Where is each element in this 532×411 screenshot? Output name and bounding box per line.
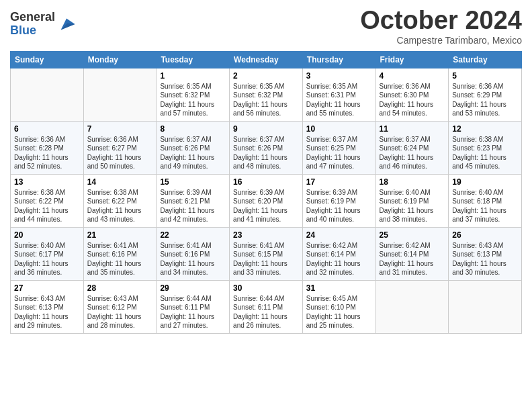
calendar-cell (449, 280, 522, 333)
day-info: Sunrise: 6:39 AMSunset: 6:20 PMDaylight:… (233, 188, 299, 224)
day-info: Sunrise: 6:40 AMSunset: 6:19 PMDaylight:… (380, 188, 445, 224)
calendar-week-4: 20Sunrise: 6:40 AMSunset: 6:17 PMDayligh… (11, 227, 522, 280)
header-day-monday: Monday (83, 51, 157, 68)
day-info: Sunrise: 6:37 AMSunset: 6:25 PMDaylight:… (306, 135, 372, 171)
calendar-cell: 12Sunrise: 6:38 AMSunset: 6:23 PMDayligh… (449, 121, 522, 174)
header-day-saturday: Saturday (449, 51, 522, 68)
logo-blue-text: Blue (10, 24, 55, 38)
day-info: Sunrise: 6:43 AMSunset: 6:13 PMDaylight:… (452, 241, 518, 277)
day-info: Sunrise: 6:38 AMSunset: 6:22 PMDaylight:… (14, 188, 80, 224)
day-number: 9 (233, 124, 299, 134)
day-number: 8 (160, 124, 226, 134)
day-number: 3 (306, 71, 372, 81)
day-info: Sunrise: 6:40 AMSunset: 6:18 PMDaylight:… (452, 188, 518, 224)
header-day-thursday: Thursday (302, 51, 375, 68)
logo: General Blue (10, 11, 76, 38)
day-info: Sunrise: 6:43 AMSunset: 6:13 PMDaylight:… (14, 294, 80, 330)
header-day-tuesday: Tuesday (157, 51, 230, 68)
header-row: SundayMondayTuesdayWednesdayThursdayFrid… (11, 51, 522, 68)
day-info: Sunrise: 6:42 AMSunset: 6:14 PMDaylight:… (380, 241, 445, 277)
calendar-cell: 8Sunrise: 6:37 AMSunset: 6:26 PMDaylight… (157, 121, 230, 174)
calendar-cell: 4Sunrise: 6:36 AMSunset: 6:30 PMDaylight… (375, 68, 449, 121)
calendar-week-1: 1Sunrise: 6:35 AMSunset: 6:32 PMDaylight… (11, 68, 522, 121)
day-number: 19 (452, 177, 518, 187)
day-info: Sunrise: 6:35 AMSunset: 6:32 PMDaylight:… (160, 82, 226, 118)
calendar-week-3: 13Sunrise: 6:38 AMSunset: 6:22 PMDayligh… (11, 174, 522, 227)
day-info: Sunrise: 6:43 AMSunset: 6:12 PMDaylight:… (87, 294, 153, 330)
calendar-cell: 24Sunrise: 6:42 AMSunset: 6:14 PMDayligh… (302, 227, 375, 280)
calendar-table: SundayMondayTuesdayWednesdayThursdayFrid… (10, 51, 522, 334)
calendar-cell: 31Sunrise: 6:45 AMSunset: 6:10 PMDayligh… (302, 280, 375, 333)
day-number: 26 (452, 230, 518, 240)
day-number: 16 (233, 177, 299, 187)
day-info: Sunrise: 6:37 AMSunset: 6:26 PMDaylight:… (160, 135, 226, 171)
day-info: Sunrise: 6:39 AMSunset: 6:21 PMDaylight:… (160, 188, 226, 224)
day-number: 14 (87, 177, 153, 187)
day-info: Sunrise: 6:39 AMSunset: 6:19 PMDaylight:… (306, 188, 372, 224)
day-info: Sunrise: 6:44 AMSunset: 6:11 PMDaylight:… (160, 294, 226, 330)
day-number: 15 (160, 177, 226, 187)
calendar-cell: 26Sunrise: 6:43 AMSunset: 6:13 PMDayligh… (449, 227, 522, 280)
calendar-cell: 30Sunrise: 6:44 AMSunset: 6:11 PMDayligh… (230, 280, 303, 333)
day-info: Sunrise: 6:36 AMSunset: 6:28 PMDaylight:… (14, 135, 80, 171)
day-info: Sunrise: 6:41 AMSunset: 6:16 PMDaylight:… (160, 241, 226, 277)
day-number: 11 (380, 124, 445, 134)
day-number: 27 (14, 283, 80, 293)
day-number: 28 (87, 283, 153, 293)
day-info: Sunrise: 6:35 AMSunset: 6:32 PMDaylight:… (233, 82, 299, 118)
logo-general-text: General (10, 11, 55, 24)
day-info: Sunrise: 6:41 AMSunset: 6:16 PMDaylight:… (87, 241, 153, 277)
calendar-cell: 9Sunrise: 6:37 AMSunset: 6:26 PMDaylight… (230, 121, 303, 174)
calendar-week-2: 6Sunrise: 6:36 AMSunset: 6:28 PMDaylight… (11, 121, 522, 174)
calendar-cell: 16Sunrise: 6:39 AMSunset: 6:20 PMDayligh… (230, 174, 303, 227)
logo-icon (57, 15, 76, 34)
day-info: Sunrise: 6:44 AMSunset: 6:11 PMDaylight:… (233, 294, 299, 330)
day-info: Sunrise: 6:36 AMSunset: 6:27 PMDaylight:… (87, 135, 153, 171)
calendar-cell: 3Sunrise: 6:35 AMSunset: 6:31 PMDaylight… (302, 68, 375, 121)
day-info: Sunrise: 6:38 AMSunset: 6:23 PMDaylight:… (452, 135, 518, 171)
day-info: Sunrise: 6:37 AMSunset: 6:24 PMDaylight:… (380, 135, 445, 171)
calendar-cell: 22Sunrise: 6:41 AMSunset: 6:16 PMDayligh… (157, 227, 230, 280)
day-number: 18 (380, 177, 445, 187)
day-number: 1 (160, 71, 226, 81)
day-info: Sunrise: 6:38 AMSunset: 6:22 PMDaylight:… (87, 188, 153, 224)
calendar-cell: 18Sunrise: 6:40 AMSunset: 6:19 PMDayligh… (375, 174, 449, 227)
calendar-cell: 10Sunrise: 6:37 AMSunset: 6:25 PMDayligh… (302, 121, 375, 174)
day-number: 4 (380, 71, 445, 81)
header-day-friday: Friday (375, 51, 449, 68)
calendar-cell: 28Sunrise: 6:43 AMSunset: 6:12 PMDayligh… (83, 280, 157, 333)
calendar-cell: 17Sunrise: 6:39 AMSunset: 6:19 PMDayligh… (302, 174, 375, 227)
day-number: 12 (452, 124, 518, 134)
calendar-cell: 2Sunrise: 6:35 AMSunset: 6:32 PMDaylight… (230, 68, 303, 121)
day-info: Sunrise: 6:42 AMSunset: 6:14 PMDaylight:… (306, 241, 372, 277)
calendar-body: 1Sunrise: 6:35 AMSunset: 6:32 PMDaylight… (11, 68, 522, 333)
header-day-wednesday: Wednesday (230, 51, 303, 68)
location-subtitle: Campestre Tarimbaro, Mexico (360, 35, 522, 46)
day-number: 24 (306, 230, 372, 240)
calendar-cell: 5Sunrise: 6:36 AMSunset: 6:29 PMDaylight… (449, 68, 522, 121)
day-number: 5 (452, 71, 518, 81)
title-area: October 2024 Campestre Tarimbaro, Mexico (360, 7, 522, 46)
calendar-cell: 25Sunrise: 6:42 AMSunset: 6:14 PMDayligh… (375, 227, 449, 280)
calendar-cell: 23Sunrise: 6:41 AMSunset: 6:15 PMDayligh… (230, 227, 303, 280)
header-day-sunday: Sunday (11, 51, 84, 68)
calendar-cell: 21Sunrise: 6:41 AMSunset: 6:16 PMDayligh… (83, 227, 157, 280)
day-number: 31 (306, 283, 372, 293)
day-number: 21 (87, 230, 153, 240)
calendar-cell (11, 68, 84, 121)
day-number: 17 (306, 177, 372, 187)
day-number: 6 (14, 124, 80, 134)
day-number: 2 (233, 71, 299, 81)
day-number: 22 (160, 230, 226, 240)
day-number: 10 (306, 124, 372, 134)
day-info: Sunrise: 6:45 AMSunset: 6:10 PMDaylight:… (306, 294, 372, 330)
day-number: 7 (87, 124, 153, 134)
day-info: Sunrise: 6:40 AMSunset: 6:17 PMDaylight:… (14, 241, 80, 277)
day-number: 13 (14, 177, 80, 187)
day-number: 30 (233, 283, 299, 293)
day-info: Sunrise: 6:35 AMSunset: 6:31 PMDaylight:… (306, 82, 372, 118)
calendar-cell: 27Sunrise: 6:43 AMSunset: 6:13 PMDayligh… (11, 280, 84, 333)
day-info: Sunrise: 6:37 AMSunset: 6:26 PMDaylight:… (233, 135, 299, 171)
calendar-cell: 20Sunrise: 6:40 AMSunset: 6:17 PMDayligh… (11, 227, 84, 280)
calendar-cell: 1Sunrise: 6:35 AMSunset: 6:32 PMDaylight… (157, 68, 230, 121)
